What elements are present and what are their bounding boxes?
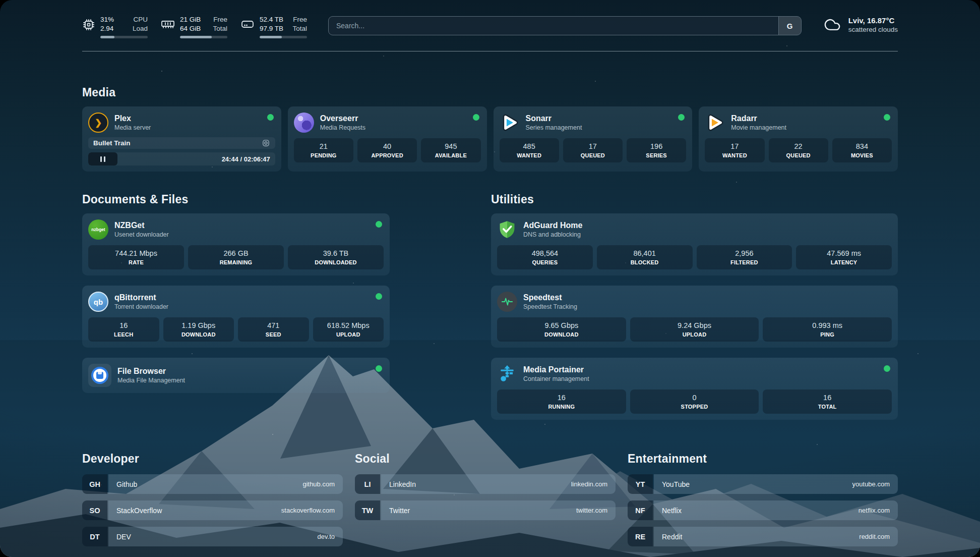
pause-icon <box>100 156 102 162</box>
sonarr-card[interactable]: Sonarr Series management 485WANTED 17QUE… <box>494 106 693 172</box>
bookmark-name: Github <box>116 480 137 488</box>
bookmark-youtube[interactable]: YT YouTubeyoutube.com <box>628 474 898 494</box>
cpu-usage: 31% <box>100 15 114 24</box>
settings-gear-icon[interactable] <box>262 139 270 147</box>
sonarr-name: Sonarr <box>526 114 687 123</box>
entertainment-section-title: Entertainment <box>628 452 898 466</box>
developer-bookmarks: Developer GH Githubgithub.com SO StackOv… <box>82 452 343 553</box>
ram-label-1: Free <box>213 15 227 24</box>
stat-series: 196SERIES <box>627 138 686 162</box>
bookmark-linkedin[interactable]: LI LinkedInlinkedin.com <box>355 474 616 494</box>
bookmark-stackoverflow[interactable]: SO StackOverflowstackoverflow.com <box>82 500 343 520</box>
top-bar: 31%CPU 2.94Load 21 GiBFree 64 GiBTotal <box>0 0 980 38</box>
dashboard-content: Media ❯ Plex Media server Bullet Train <box>0 86 980 553</box>
disk-progress-fill <box>260 36 282 38</box>
stat-wanted: 485WANTED <box>500 138 559 162</box>
stat-download: 1.19 GbpsDOWNLOAD <box>163 317 234 342</box>
media-section-title: Media <box>82 86 898 99</box>
disk-widget: 52.4 TBFree 97.9 TBTotal <box>240 15 307 38</box>
stat-upload: 618.52 MbpsUPLOAD <box>313 317 384 342</box>
disk-total: 97.9 TB <box>260 24 283 33</box>
stat-rate: 744.21 MbpsRATE <box>88 245 184 269</box>
overseerr-icon <box>294 113 314 133</box>
bookmark-name: DEV <box>116 533 131 541</box>
stat-upload: 9.24 GbpsUPLOAD <box>630 317 759 342</box>
filebrowser-subtitle: Media File Management <box>117 377 384 384</box>
linkedin-abbr-icon: LI <box>355 474 380 494</box>
radarr-card[interactable]: Radarr Movie management 17WANTED 22QUEUE… <box>699 106 898 172</box>
stackoverflow-abbr-icon: SO <box>82 500 107 520</box>
entertainment-bookmarks: Entertainment YT YouTubeyoutube.com NF N… <box>628 452 898 553</box>
header-divider <box>82 51 898 51</box>
ram-free: 21 GiB <box>180 15 201 24</box>
overseerr-subtitle: Media Requests <box>320 124 481 131</box>
bookmark-reddit[interactable]: RE Redditreddit.com <box>628 527 898 546</box>
social-bookmarks: Social LI LinkedInlinkedin.com TW Twitte… <box>355 452 616 553</box>
cpu-icon <box>82 18 95 33</box>
sonarr-subtitle: Series management <box>526 124 687 131</box>
plex-name: Plex <box>114 114 275 123</box>
search-bar[interactable]: G <box>328 16 802 35</box>
weather-condition: scattered clouds <box>848 26 898 33</box>
stat-downloaded: 39.6 TBDOWNLOADED <box>288 245 384 269</box>
stat-download: 9.65 GbpsDOWNLOAD <box>497 317 626 342</box>
radarr-icon <box>705 113 725 133</box>
pause-button[interactable] <box>88 152 117 165</box>
radarr-subtitle: Movie management <box>731 124 892 131</box>
weather-location: Lviv, 16.87°C <box>848 16 898 25</box>
ram-progress-track <box>180 36 227 38</box>
nzbget-card[interactable]: nzbget NZBGet Usenet downloader 744.21 M… <box>82 213 390 275</box>
bookmark-name: LinkedIn <box>389 480 416 488</box>
dashboard-screen: 31%CPU 2.94Load 21 GiBFree 64 GiBTotal <box>0 0 980 557</box>
overseerr-status-indicator <box>473 114 479 121</box>
search-input[interactable] <box>329 17 778 35</box>
stat-leech: 16LEECH <box>88 317 159 342</box>
cpu-progress-fill <box>100 36 114 38</box>
stat-movies: 834MOVIES <box>832 138 892 162</box>
nzbget-subtitle: Usenet downloader <box>114 231 384 238</box>
cpu-label-2: Load <box>133 24 148 33</box>
bookmark-github[interactable]: GH Githubgithub.com <box>82 474 343 494</box>
plex-card[interactable]: ❯ Plex Media server Bullet Train <box>82 106 281 172</box>
plex-subtitle: Media server <box>114 124 275 131</box>
speedtest-name: Speedtest <box>523 293 892 302</box>
disk-label-2: Total <box>292 24 307 33</box>
stat-blocked: 86,401BLOCKED <box>597 245 693 269</box>
github-abbr-icon: GH <box>82 474 107 494</box>
bookmark-twitter[interactable]: TW Twittertwitter.com <box>355 500 616 520</box>
bookmark-dev[interactable]: DT DEVdev.to <box>82 527 343 546</box>
filebrowser-name: File Browser <box>117 367 384 376</box>
stat-ping: 0.993 msPING <box>763 317 892 342</box>
bookmark-url: twitter.com <box>576 507 607 514</box>
floppy-disk-icon <box>96 372 103 379</box>
nzbget-icon: nzbget <box>88 219 108 240</box>
portainer-name: Media Portainer <box>523 365 892 374</box>
qbittorrent-card[interactable]: qb qBittorrent Torrent downloader 16LEEC… <box>82 286 390 348</box>
documents-section-title: Documents & Files <box>82 193 390 206</box>
portainer-crane-icon <box>497 364 517 384</box>
speedtest-subtitle: Speedtest Tracking <box>523 303 892 310</box>
stat-running: 16RUNNING <box>497 389 626 414</box>
overseerr-card[interactable]: Overseerr Media Requests 21PENDING 40APP… <box>288 106 487 172</box>
disk-icon <box>240 18 255 32</box>
portainer-status-indicator <box>884 365 890 372</box>
cpu-widget: 31%CPU 2.94Load <box>82 15 148 38</box>
cloud-icon <box>823 16 842 33</box>
stat-filtered: 2,956FILTERED <box>697 245 792 269</box>
stat-seed: 471SEED <box>238 317 309 342</box>
overseerr-name: Overseerr <box>320 114 481 123</box>
qbittorrent-status-indicator <box>376 293 382 300</box>
adguard-card[interactable]: AdGuard Home DNS and adblocking 498,564Q… <box>491 213 898 275</box>
portainer-subtitle: Container management <box>523 375 892 382</box>
stat-queries: 498,564QUERIES <box>497 245 593 269</box>
netflix-abbr-icon: NF <box>628 500 653 520</box>
filebrowser-card[interactable]: File Browser Media File Management <box>82 358 390 393</box>
search-engine-button[interactable]: G <box>778 17 801 35</box>
sonarr-icon <box>500 113 520 133</box>
speedtest-card[interactable]: Speedtest Speedtest Tracking 9.65 GbpsDO… <box>491 286 898 348</box>
bookmark-netflix[interactable]: NF Netflixnetflix.com <box>628 500 898 520</box>
ram-widget: 21 GiBFree 64 GiBTotal <box>161 15 227 38</box>
plex-now-playing-title: Bullet Train <box>93 139 131 147</box>
portainer-card[interactable]: Media Portainer Container management 16R… <box>491 358 898 420</box>
stat-total: 16TOTAL <box>763 389 892 414</box>
